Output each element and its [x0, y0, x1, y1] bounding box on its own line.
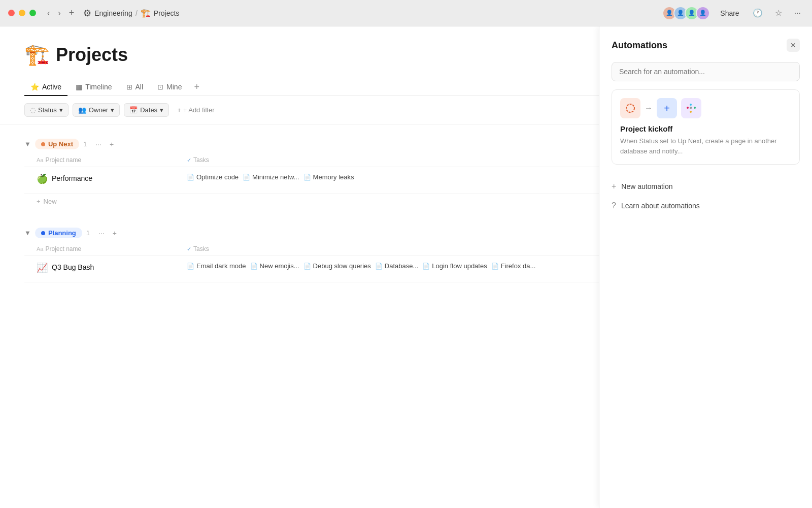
tasks-check-icon: ✓: [187, 246, 191, 252]
tasks-check-icon: ✓: [187, 157, 191, 164]
flow-slack-icon: [681, 98, 701, 118]
task-chip[interactable]: 📄 New emojis...: [250, 261, 299, 271]
automations-panel-title: Automations: [612, 40, 667, 51]
status-filter-chevron-icon: ▾: [59, 106, 63, 114]
status-filter-label: Status: [38, 106, 57, 114]
task-page-icon: 📄: [250, 263, 258, 270]
task-page-icon: 📄: [187, 263, 194, 270]
task-chip[interactable]: 📄 Firefox da...: [491, 261, 536, 271]
svg-rect-3: [694, 107, 696, 109]
group-planning-actions: ··· +: [96, 228, 119, 238]
project-name-type-icon: Aa: [37, 246, 43, 252]
dates-filter-icon: 📅: [129, 106, 138, 114]
page-icon: 🏗️: [24, 43, 50, 67]
group-up-next-add-button[interactable]: +: [107, 139, 116, 149]
history-button[interactable]: 🕐: [750, 6, 766, 20]
favorite-button[interactable]: ☆: [772, 6, 785, 20]
forward-button[interactable]: ›: [55, 7, 63, 20]
row-emoji-icon: 🍏: [37, 173, 48, 185]
group-planning-add-button[interactable]: +: [110, 228, 119, 238]
col-project-name-label: Project name: [45, 156, 81, 164]
status-filter[interactable]: ◌ Status ▾: [24, 103, 69, 117]
automation-card-name: Project kickoff: [620, 124, 791, 133]
col-project-name-header: Aa Project name: [24, 245, 187, 252]
new-row-label: New: [44, 198, 57, 205]
breadcrumb-page[interactable]: Projects: [154, 9, 180, 17]
automations-panel-close-button[interactable]: ✕: [787, 39, 800, 52]
new-automation-plus-icon: +: [612, 182, 616, 191]
all-tab-label: All: [136, 83, 144, 91]
breadcrumb-workspace[interactable]: Engineering: [94, 9, 132, 17]
share-button[interactable]: Share: [716, 7, 743, 19]
task-page-icon: 📄: [303, 263, 311, 270]
add-tab-button[interactable]: +: [190, 80, 204, 94]
mine-tab-icon: ⊡: [157, 83, 163, 91]
new-automation-button[interactable]: + New automation: [612, 177, 800, 196]
project-name-type-icon: Aa: [37, 157, 43, 163]
task-label: Firefox da...: [501, 262, 536, 270]
task-page-icon: 📄: [375, 263, 383, 270]
new-automation-label: New automation: [621, 182, 672, 190]
flow-action-plus-icon: +: [657, 98, 677, 118]
task-label: Debug slow queries: [313, 262, 371, 270]
add-filter-label: + Add filter: [183, 106, 215, 114]
add-filter-plus-icon: +: [177, 106, 181, 114]
avatar-group: 👤 👤 👤 👤: [662, 6, 710, 20]
group-up-next-count: 1: [83, 140, 87, 148]
task-chip[interactable]: 📄 Database...: [375, 261, 419, 271]
traffic-lights: [8, 10, 36, 16]
all-tab-icon: ⊞: [126, 83, 132, 91]
svg-rect-2: [690, 104, 692, 106]
row-title: Performance: [52, 173, 92, 184]
row-project-name: 🍏 Performance: [24, 172, 187, 185]
task-chip[interactable]: 📄 Email dark mode: [187, 261, 246, 271]
tab-all[interactable]: ⊞ All: [120, 79, 150, 96]
learn-automations-button[interactable]: ? Learn about automations: [612, 196, 800, 215]
automations-panel: Automations ✕ → +: [599, 26, 812, 508]
tab-mine[interactable]: ⊡ Mine: [151, 79, 188, 96]
close-traffic-light[interactable]: [8, 10, 15, 16]
avatar: 👤: [696, 6, 710, 20]
owner-filter[interactable]: 👥 Owner ▾: [73, 103, 120, 117]
col-tasks-label: Tasks: [193, 156, 209, 164]
group-up-next-more-button[interactable]: ···: [93, 139, 104, 149]
tab-timeline[interactable]: ▦ Timeline: [70, 79, 118, 96]
tab-active[interactable]: ⭐ Active: [24, 79, 67, 96]
task-chip[interactable]: 📄 Login flow updates: [422, 261, 487, 271]
dates-filter-label: Dates: [140, 106, 157, 114]
add-page-button[interactable]: +: [66, 6, 78, 20]
group-up-next-badge: Up Next: [35, 139, 79, 149]
minimize-traffic-light[interactable]: [19, 10, 25, 16]
automations-panel-header: Automations ✕: [612, 39, 800, 52]
col-project-name-header: Aa Project name: [24, 156, 187, 164]
task-chip[interactable]: 📄 Minimize netw...: [243, 172, 299, 182]
group-planning-count: 1: [86, 229, 90, 237]
task-page-icon: 📄: [187, 174, 194, 181]
titlebar: ‹ › + ⚙ Engineering / 🏗️ Projects 👤 👤 👤 …: [0, 0, 812, 26]
task-chip[interactable]: 📄 Debug slow queries: [303, 261, 371, 271]
mine-tab-label: Mine: [166, 83, 182, 91]
group-planning-more-button[interactable]: ···: [96, 228, 107, 238]
add-filter-button[interactable]: + + Add filter: [173, 104, 218, 116]
breadcrumb: ⚙ Engineering / 🏗️ Projects: [83, 8, 179, 19]
dates-filter-chevron-icon: ▾: [160, 106, 163, 114]
group-up-next-actions: ··· +: [93, 139, 116, 149]
task-chip[interactable]: 📄 Optimize code: [187, 172, 239, 182]
task-label: Memory leaks: [313, 173, 354, 181]
fullscreen-traffic-light[interactable]: [29, 10, 36, 16]
more-options-button[interactable]: ···: [791, 7, 804, 20]
active-tab-label: Active: [42, 83, 61, 91]
titlebar-right: 👤 👤 👤 👤 Share 🕐 ☆ ···: [662, 6, 804, 20]
automations-search-input[interactable]: [612, 62, 800, 81]
task-label: New emojis...: [260, 262, 299, 270]
back-button[interactable]: ‹: [44, 7, 53, 20]
task-label: Login flow updates: [432, 262, 487, 270]
dates-filter[interactable]: 📅 Dates ▾: [124, 103, 169, 117]
new-row-plus-icon: +: [37, 198, 41, 205]
task-chip[interactable]: 📄 Memory leaks: [303, 172, 354, 182]
main-content: 🏗️ Projects ⭐ Active ▦ Timeline ⊞ All ⊡ …: [0, 26, 812, 508]
learn-automations-help-icon: ?: [612, 201, 616, 210]
automation-card[interactable]: → + Project kickoff When Status set to U…: [612, 89, 800, 165]
task-page-icon: 📄: [422, 263, 430, 270]
automation-flow: → +: [620, 98, 791, 118]
